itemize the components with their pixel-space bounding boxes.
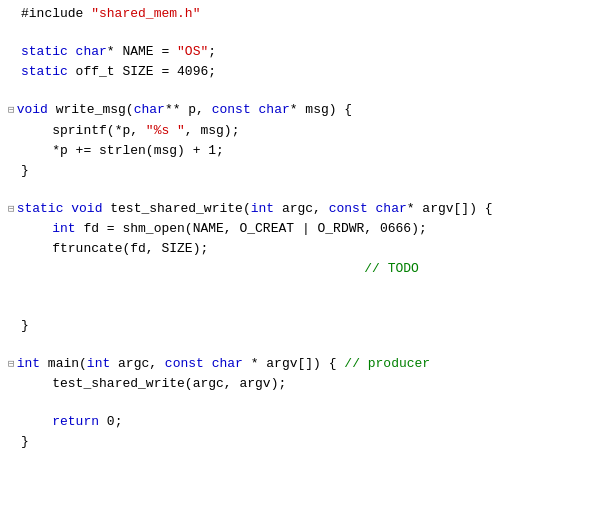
token: write_msg( — [48, 100, 134, 120]
token: 0 — [107, 412, 115, 432]
token: * NAME = — [107, 42, 177, 62]
token: ftruncate(fd, SIZE); — [52, 239, 208, 259]
indent-space — [21, 141, 52, 161]
indent-space — [21, 374, 52, 394]
line: ⊟int main(int argc, const char * argv[])… — [0, 354, 597, 374]
token: main( — [40, 354, 87, 374]
line: return 0; — [0, 412, 597, 432]
token: char — [76, 42, 107, 62]
indent-space — [21, 239, 52, 259]
token: ; — [115, 412, 123, 432]
line — [0, 24, 597, 42]
line: *p += strlen(msg) + 1; — [0, 141, 597, 161]
collapse-marker[interactable]: ⊟ — [8, 102, 15, 119]
token: char — [134, 100, 165, 120]
token: ; — [208, 62, 216, 82]
token: CREAT — [255, 219, 294, 239]
collapse-marker[interactable]: ⊟ — [8, 201, 15, 218]
line: #include "shared_mem.h" — [0, 4, 597, 24]
token — [368, 199, 376, 219]
token: char — [376, 199, 407, 219]
line — [0, 280, 597, 298]
token: const — [329, 199, 368, 219]
token — [251, 100, 259, 120]
line: // TODO — [0, 259, 597, 279]
line: } — [0, 432, 597, 452]
line — [0, 298, 597, 316]
code-editor: #include "shared_mem.h"static char* NAME… — [0, 0, 597, 456]
token: ; — [216, 141, 224, 161]
token: 1 — [208, 141, 216, 161]
token: #include — [21, 4, 91, 24]
token: argc, — [110, 354, 165, 374]
token: ; — [208, 42, 216, 62]
line: } — [0, 161, 597, 181]
token: argc, — [274, 199, 329, 219]
token: SIZE = — [115, 62, 177, 82]
token: const — [165, 354, 204, 374]
line: ftruncate(fd, SIZE); — [0, 239, 597, 259]
token: test_shared_write(argc, argv); — [52, 374, 286, 394]
token: return — [52, 412, 107, 432]
line: sprintf(*p, "%s ", msg); — [0, 121, 597, 141]
line: static char* NAME = "OS"; — [0, 42, 597, 62]
token: fd = shm_open(NAME, O_ — [76, 219, 255, 239]
token: , msg); — [185, 121, 240, 141]
token: const — [212, 100, 251, 120]
line — [0, 336, 597, 354]
token: 0666 — [380, 219, 411, 239]
token: static — [21, 42, 76, 62]
token: } — [21, 432, 29, 452]
token: char — [212, 354, 243, 374]
line — [0, 394, 597, 412]
token: * argv[]) { — [243, 354, 344, 374]
token: static — [17, 199, 72, 219]
token: ** p, — [165, 100, 212, 120]
line: } — [0, 316, 597, 336]
line: int fd = shm_open(NAME, O_CREAT | O_RDWR… — [0, 219, 597, 239]
token: void — [71, 199, 102, 219]
token: ); — [411, 219, 427, 239]
token: "shared_mem.h" — [91, 4, 200, 24]
collapse-marker[interactable]: ⊟ — [8, 356, 15, 373]
token: char — [259, 100, 290, 120]
token — [204, 354, 212, 374]
token: test_shared_write( — [102, 199, 250, 219]
line: ⊟void write_msg(char** p, const char* ms… — [0, 100, 597, 120]
token: int — [251, 199, 274, 219]
token: sprintf(*p, — [52, 121, 146, 141]
token: off_t — [76, 62, 115, 82]
token: * argv[]) { — [407, 199, 493, 219]
token: } — [21, 161, 29, 181]
line: test_shared_write(argc, argv); — [0, 374, 597, 394]
token: int — [17, 354, 40, 374]
token: int — [87, 354, 110, 374]
token: 4096 — [177, 62, 208, 82]
line: ⊟static void test_shared_write(int argc,… — [0, 199, 597, 219]
token: "%s " — [146, 121, 185, 141]
token: int — [52, 219, 75, 239]
token: *p += strlen(msg) + — [52, 141, 208, 161]
line — [0, 181, 597, 199]
token: * msg) { — [290, 100, 352, 120]
token: static — [21, 62, 76, 82]
token — [21, 259, 364, 279]
line: static off_t SIZE = 4096; — [0, 62, 597, 82]
indent-space — [21, 121, 52, 141]
line — [0, 82, 597, 100]
indent-space — [21, 219, 52, 239]
indent-space — [21, 412, 52, 432]
token: void — [17, 100, 48, 120]
token: // producer — [344, 354, 430, 374]
token: // TODO — [364, 259, 419, 279]
token: } — [21, 316, 29, 336]
token: | O_RDWR, — [294, 219, 380, 239]
token: "OS" — [177, 42, 208, 62]
